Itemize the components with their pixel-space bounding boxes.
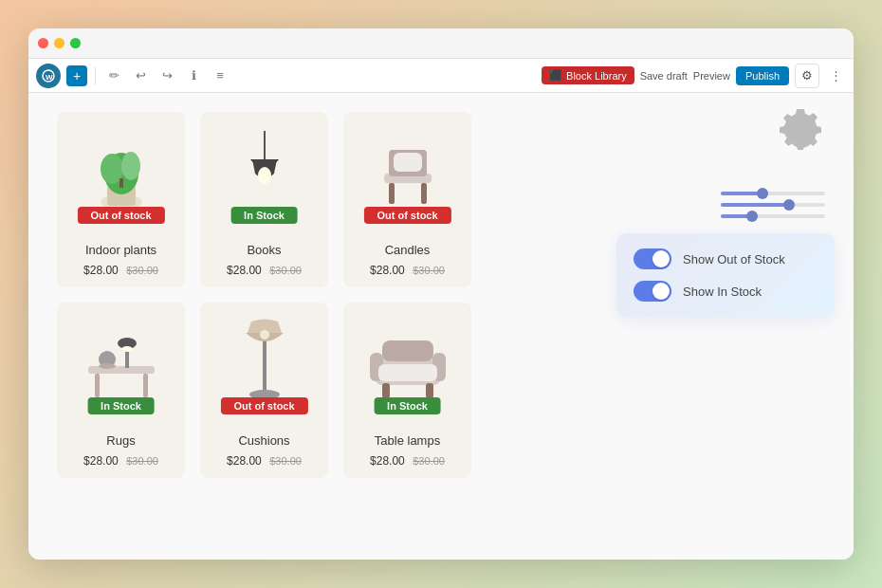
toggle-show-out-of-stock[interactable]: [634, 248, 671, 269]
info-button[interactable]: ℹ: [183, 65, 204, 86]
product-name-table-lamps: Table lamps: [349, 433, 466, 448]
sliders-container: [721, 192, 835, 218]
product-image-table-lamps: In Stock: [343, 303, 471, 426]
add-block-button[interactable]: +: [66, 65, 87, 86]
slider-thumb-2[interactable]: [783, 199, 795, 211]
product-info-books: Books $28.00 $30.00: [200, 235, 328, 287]
product-info-indoor-plants: Indoor plants $28.00 $30.00: [57, 235, 185, 287]
svg-rect-16: [95, 374, 100, 397]
svg-rect-14: [421, 183, 427, 204]
redo-button[interactable]: ↪: [156, 65, 177, 86]
product-name-rugs: Rugs: [63, 433, 179, 448]
save-draft-button[interactable]: Save draft: [640, 70, 688, 82]
stock-badge-candles: Out of stock: [363, 207, 450, 224]
main-content: Out of stock Indoor plants $28.00 $30.00: [28, 93, 854, 560]
svg-point-25: [260, 330, 269, 340]
slider-track-1[interactable]: [721, 192, 825, 195]
stock-badge-books: In Stock: [230, 207, 298, 224]
product-card-rugs[interactable]: In Stock Rugs $28.00 $30.00: [57, 303, 185, 478]
right-panel: Show Out of Stock Show In Stock: [616, 102, 835, 317]
undo-button[interactable]: ↩: [130, 65, 151, 86]
wp-toolbar: W + ✏ ↩ ↪ ℹ ≡ ⬛ Block Library Save draft…: [28, 59, 854, 93]
block-library-label: Block Library: [566, 70, 627, 82]
toggle-label-in-stock: Show In Stock: [683, 285, 762, 299]
list-view-button[interactable]: ≡: [210, 65, 230, 86]
slider-row-3[interactable]: [721, 214, 835, 218]
slider-row-1[interactable]: [721, 192, 835, 195]
product-price-cushions: $28.00 $30.00: [206, 451, 322, 469]
publish-button[interactable]: Publish: [736, 66, 789, 85]
product-info-candles: Candles $28.00 $30.00: [343, 235, 471, 287]
svg-point-20: [121, 346, 133, 352]
product-name-indoor-plants: Indoor plants: [63, 243, 179, 257]
slider-thumb-1[interactable]: [757, 188, 768, 199]
block-library-icon: ⬛: [549, 69, 562, 82]
settings-button[interactable]: ⚙: [795, 64, 819, 88]
svg-point-22: [99, 363, 116, 369]
svg-rect-13: [389, 183, 395, 204]
toolbar-separator: [95, 66, 96, 85]
product-info-rugs: Rugs $28.00 $30.00: [57, 426, 185, 478]
svg-point-6: [121, 152, 140, 180]
toggle-show-in-stock[interactable]: [634, 281, 671, 302]
product-card-candles[interactable]: Out of stock Candles $28.00 $30.00: [343, 112, 471, 287]
product-price-books: $28.00 $30.00: [206, 261, 322, 278]
slider-fill-2: [721, 203, 789, 207]
traffic-light-yellow[interactable]: [54, 38, 64, 48]
product-card-books[interactable]: In Stock Books $28.00 $30.00: [200, 112, 328, 287]
slider-row-2[interactable]: [721, 203, 835, 207]
svg-rect-30: [378, 364, 437, 381]
product-info-table-lamps: Table lamps $28.00 $30.00: [343, 426, 471, 478]
gear-icon-large: [768, 102, 835, 176]
browser-window: W + ✏ ↩ ↪ ℹ ≡ ⬛ Block Library Save draft…: [28, 28, 854, 560]
svg-rect-32: [426, 383, 433, 398]
edit-tool-button[interactable]: ✏: [103, 65, 124, 86]
traffic-light-red[interactable]: [38, 38, 48, 48]
product-card-indoor-plants[interactable]: Out of stock Indoor plants $28.00 $30.00: [57, 112, 185, 287]
preview-button[interactable]: Preview: [693, 70, 730, 82]
product-image-candles: Out of stock: [343, 112, 471, 235]
product-grid: Out of stock Indoor plants $28.00 $30.00: [57, 112, 471, 541]
product-info-cushions: Cushions $28.00 $30.00: [200, 426, 328, 478]
product-card-cushions[interactable]: Out of stock Cushions $28.00 $30.00: [200, 303, 328, 478]
wp-logo[interactable]: W: [36, 64, 61, 88]
product-price-table-lamps: $28.00 $30.00: [349, 451, 466, 469]
product-image-indoor-plants: Out of stock: [57, 112, 185, 235]
toggle-row-out-of-stock: Show Out of Stock: [634, 248, 818, 269]
svg-rect-15: [88, 366, 155, 374]
product-price-indoor-plants: $28.00 $30.00: [63, 261, 179, 278]
stock-badge-table-lamps: In Stock: [374, 397, 441, 414]
svg-rect-12: [394, 153, 422, 172]
title-bar: [28, 28, 854, 59]
block-library-button[interactable]: ⬛ Block Library: [542, 66, 634, 84]
product-image-books: In Stock: [200, 112, 328, 235]
product-price-rugs: $28.00 $30.00: [63, 451, 179, 469]
product-name-cushions: Cushions: [206, 433, 322, 448]
svg-rect-7: [119, 178, 123, 188]
product-price-candles: $28.00 $30.00: [349, 261, 466, 278]
product-image-rugs: In Stock: [57, 303, 185, 426]
stock-badge-indoor-plants: Out of stock: [77, 207, 164, 224]
more-options-button[interactable]: ⋮: [825, 65, 846, 86]
product-card-table-lamps[interactable]: In Stock Table lamps $28.00 $30.00: [343, 303, 471, 478]
product-name-books: Books: [206, 243, 322, 257]
stock-badge-cushions: Out of stock: [220, 397, 307, 414]
svg-point-9: [258, 167, 271, 184]
stock-badge-rugs: In Stock: [87, 397, 155, 414]
toggle-panel: Show Out of Stock Show In Stock: [616, 233, 835, 317]
slider-track-2[interactable]: [721, 203, 825, 207]
traffic-light-green[interactable]: [70, 38, 81, 48]
toggle-row-in-stock: Show In Stock: [634, 281, 818, 302]
svg-rect-31: [382, 383, 390, 398]
toggle-label-out-of-stock: Show Out of Stock: [683, 252, 785, 266]
svg-rect-17: [143, 374, 148, 397]
svg-rect-27: [382, 340, 433, 361]
slider-thumb-3[interactable]: [746, 211, 758, 222]
slider-track-3[interactable]: [721, 214, 825, 218]
product-name-candles: Candles: [349, 243, 466, 257]
product-image-cushions: Out of stock: [200, 303, 328, 426]
svg-text:W: W: [46, 72, 53, 81]
